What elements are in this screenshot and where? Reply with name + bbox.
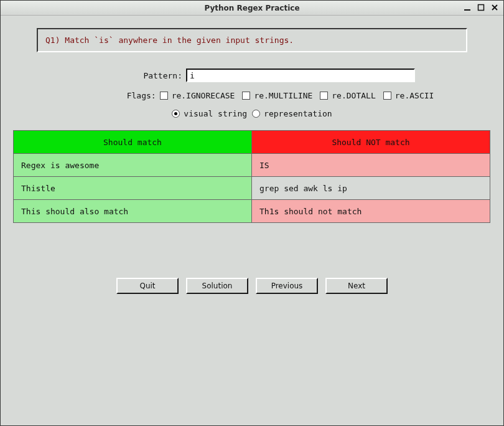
minimize-icon[interactable] bbox=[462, 2, 472, 12]
radio-icon bbox=[172, 110, 180, 118]
quit-button[interactable]: Quit bbox=[116, 278, 179, 294]
match-cell: This should also match bbox=[13, 199, 252, 223]
flag-dotall[interactable]: re.DOTALL bbox=[320, 91, 375, 100]
question-frame: Q1) Match `is` anywhere in the given inp… bbox=[37, 28, 467, 52]
nomatch-cell: Th1s should not match bbox=[251, 199, 490, 223]
mode-label: representation bbox=[264, 109, 332, 118]
next-button[interactable]: Next bbox=[325, 278, 388, 294]
maximize-icon[interactable] bbox=[476, 2, 486, 12]
close-icon[interactable] bbox=[490, 2, 500, 12]
flag-ascii[interactable]: re.ASCII bbox=[383, 91, 434, 100]
nomatch-cell: grep sed awk ls ip bbox=[251, 176, 490, 200]
mode-label: visual string bbox=[184, 109, 247, 118]
titlebar: Python Regex Practice bbox=[1, 1, 503, 16]
flag-label: re.IGNORECASE bbox=[172, 91, 235, 100]
pattern-input[interactable] bbox=[186, 69, 415, 82]
flag-label: re.MULTILINE bbox=[254, 91, 312, 100]
flags-label: Flags: bbox=[63, 91, 156, 100]
solution-button[interactable]: Solution bbox=[186, 278, 248, 294]
results-table: Should match Should NOT match Regex is a… bbox=[14, 131, 490, 223]
flag-label: re.ASCII bbox=[395, 91, 434, 100]
checkbox-icon bbox=[242, 92, 250, 100]
client-area: Q1) Match `is` anywhere in the given inp… bbox=[1, 16, 503, 425]
previous-button[interactable]: Previous bbox=[256, 278, 318, 294]
flag-multiline[interactable]: re.MULTILINE bbox=[242, 91, 312, 100]
match-cell: Thistle bbox=[13, 176, 252, 200]
checkbox-icon bbox=[160, 92, 168, 100]
svg-rect-0 bbox=[464, 9, 470, 11]
header-should-match: Should match bbox=[13, 130, 252, 154]
flag-label: re.DOTALL bbox=[332, 91, 375, 100]
checkbox-icon bbox=[383, 92, 391, 100]
radio-icon bbox=[252, 110, 260, 118]
mode-visual-string[interactable]: visual string bbox=[172, 109, 247, 118]
app-window: Python Regex Practice Q1) Match `is` any… bbox=[0, 0, 504, 426]
svg-rect-1 bbox=[478, 5, 484, 11]
pattern-row: Pattern: bbox=[12, 69, 492, 82]
pattern-label: Pattern: bbox=[89, 71, 182, 80]
question-text: Q1) Match `is` anywhere in the given inp… bbox=[45, 36, 294, 45]
window-title: Python Regex Practice bbox=[1, 4, 503, 12]
mode-representation[interactable]: representation bbox=[252, 109, 332, 118]
mode-row: visual string representation bbox=[12, 109, 492, 118]
checkbox-icon bbox=[320, 92, 328, 100]
flags-row: Flags: re.IGNORECASE re.MULTILINE re.DOT… bbox=[12, 91, 492, 100]
window-controls bbox=[462, 2, 500, 12]
match-cell: Regex is awesome bbox=[13, 153, 252, 177]
flag-ignorecase[interactable]: re.IGNORECASE bbox=[160, 91, 235, 100]
header-should-not-match: Should NOT match bbox=[251, 130, 490, 154]
button-row: Quit Solution Previous Next bbox=[12, 278, 492, 294]
nomatch-cell: IS bbox=[251, 153, 490, 177]
